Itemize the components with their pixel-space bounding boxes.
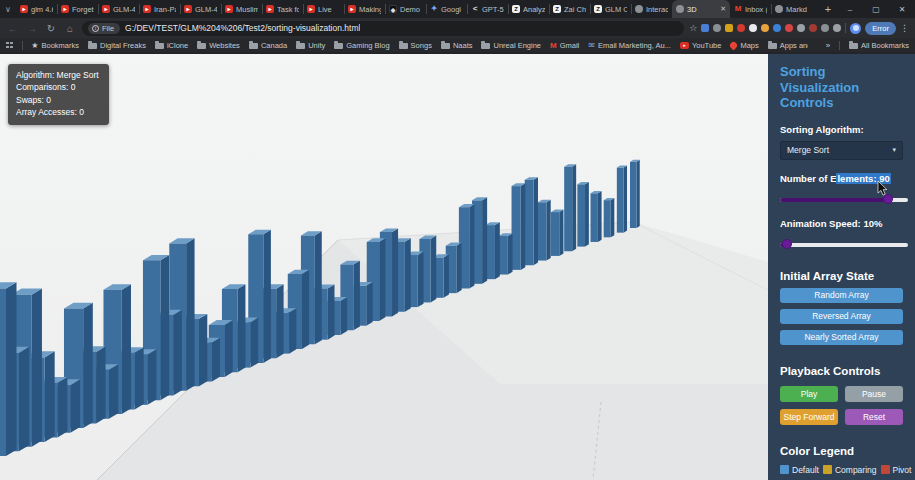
maroon-circle-ext-icon[interactable] — [809, 24, 817, 32]
reset-button[interactable]: Reset — [845, 409, 903, 425]
bookmark-label: Bookmarks — [42, 41, 80, 50]
camera-ext-icon[interactable] — [713, 24, 721, 32]
star-icon: ★ — [31, 41, 38, 50]
bookmark-unity[interactable]: Unity — [296, 41, 325, 50]
visualization-canvas[interactable]: Algorithm: Merge SortComparisons: 0Swaps… — [0, 54, 915, 480]
bookmark-apps-and-games[interactable]: Apps and Games — [768, 41, 808, 50]
bookmark-websites[interactable]: Websites — [197, 41, 240, 50]
tab-close-icon[interactable]: ✕ — [720, 5, 726, 13]
tab-live[interactable]: ▸Live — [303, 0, 344, 18]
folder-icon — [296, 43, 305, 50]
youtube-live-favicon: ▸ — [307, 5, 315, 13]
tab-glm-4-6[interactable]: ▸glm 4.6 — [16, 0, 57, 18]
bookmark-unreal-engine[interactable]: Unreal Engine — [481, 41, 541, 50]
tab-googl[interactable]: ✦Googl — [426, 0, 467, 18]
legend-default: Default — [780, 465, 819, 475]
minimize-button[interactable]: – — [837, 0, 863, 18]
home-icon[interactable]: ⌂ — [63, 23, 77, 34]
speed-slider[interactable] — [780, 239, 903, 250]
pause-button[interactable]: Pause — [845, 386, 903, 402]
folder-icon — [849, 43, 858, 50]
reload-icon[interactable]: ↻ — [44, 23, 58, 34]
tab-task-fo[interactable]: ▸Task fo — [262, 0, 303, 18]
tab-inbox[interactable]: MInbox ( — [730, 0, 771, 18]
tab-analyz[interactable]: ZAnalyz — [508, 0, 549, 18]
tab-zai-ch[interactable]: ZZai Ch — [549, 0, 590, 18]
youtube-favicon: ▸ — [143, 5, 151, 13]
file-scheme-chip[interactable]: iFile — [88, 23, 120, 34]
reversed-array-button[interactable]: Reversed Array — [780, 309, 903, 324]
puzzle-ext-icon[interactable] — [833, 24, 841, 32]
bookmark-youtube[interactable]: ▸YouTube — [680, 41, 721, 50]
bookmark-email-marketing-au[interactable]: ✉Email Marketing, Au... — [588, 41, 671, 50]
step-forward-button[interactable]: Step Forward — [780, 409, 838, 425]
bookmark-gmail[interactable]: MGmail — [550, 41, 579, 50]
bookmark-label: Maps — [740, 41, 758, 50]
tab-glm-c[interactable]: ZGLM C — [590, 0, 631, 18]
bookmark-label: iClone — [167, 41, 188, 50]
new-tab-button[interactable]: + — [819, 3, 837, 15]
dark-favicon: ◆ — [389, 5, 397, 13]
tab-gpt-5[interactable]: <GPT-5 — [467, 0, 508, 18]
legend-label: Default — [792, 465, 819, 475]
red-pen-ext-icon[interactable] — [737, 24, 745, 32]
algorithm-select[interactable]: Merge Sort ▾ — [780, 141, 903, 160]
tab-3d[interactable]: 3D✕ — [672, 0, 730, 18]
profile-error-badge[interactable]: Error — [865, 22, 896, 35]
tab-search-button[interactable]: ∨ — [0, 2, 16, 16]
profile-avatar[interactable] — [850, 23, 861, 34]
windows-ext-icon[interactable] — [701, 24, 709, 32]
bookmarks-bar: ★BookmarksDigital FreaksiCloneWebsitesCa… — [0, 38, 915, 54]
bookmark-maps[interactable]: Maps — [730, 41, 758, 50]
tab-label: GLM C — [605, 5, 627, 14]
back-icon[interactable]: ← — [6, 23, 20, 34]
tab-forget[interactable]: ▸Forget — [57, 0, 98, 18]
gray-circle-ext-icon[interactable] — [797, 24, 805, 32]
bookmark-songs[interactable]: Songs — [399, 41, 432, 50]
state-buttons: Random ArrayReversed ArrayNearly Sorted … — [780, 288, 903, 345]
blue-circle-ext-icon[interactable] — [773, 24, 781, 32]
bookmark-bookmarks[interactable]: ★Bookmarks — [31, 41, 79, 50]
gmail-icon: M — [550, 41, 557, 50]
slider-thumb[interactable] — [782, 239, 792, 249]
tab-label: Interac — [646, 5, 668, 14]
menu-kebab-icon[interactable]: ⋮ — [900, 23, 909, 33]
pencil-ext-icon[interactable] — [749, 24, 757, 32]
address-bar[interactable]: iFile G:/DEV/TEST/GLM%204%206/Test2/sort… — [82, 21, 684, 36]
bookmark-iclone[interactable]: iClone — [155, 41, 188, 50]
close-button[interactable]: ✕ — [889, 0, 915, 18]
nearly-sorted-array-button[interactable]: Nearly Sorted Array — [780, 330, 903, 345]
slider-track[interactable] — [780, 243, 908, 247]
url-text[interactable]: G:/DEV/TEST/GLM%204%206/Test2/sorting-vi… — [125, 23, 360, 33]
stats-line: Comparisons: 0 — [16, 81, 99, 93]
bookmarks-overflow-icon[interactable]: » — [826, 41, 830, 50]
play-button[interactable]: Play — [780, 386, 838, 402]
printer-ext-icon[interactable] — [821, 24, 829, 32]
tab-glm-4[interactable]: ▸GLM-4 — [180, 0, 221, 18]
tab-label: GPT-5 — [482, 5, 504, 14]
bookmark-gaming-blog[interactable]: Gaming Blog — [334, 41, 389, 50]
initial-array-state-heading: Initial Array State — [780, 270, 903, 282]
forward-icon[interactable]: → — [25, 23, 39, 34]
gmail-favicon: M — [734, 5, 742, 13]
random-array-button[interactable]: Random Array — [780, 288, 903, 303]
tab-interac[interactable]: Interac — [631, 0, 672, 18]
lock-ext-icon[interactable] — [725, 24, 733, 32]
bookmark-all-bookmarks[interactable]: All Bookmarks — [849, 41, 909, 50]
orange-drop-ext-icon[interactable] — [761, 24, 769, 32]
bookmark-digital-freaks[interactable]: Digital Freaks — [88, 41, 146, 50]
tab-demo[interactable]: ◆Demo — [385, 0, 426, 18]
bookmark-canada[interactable]: Canada — [249, 41, 287, 50]
tab-glm-4[interactable]: ▸GLM-4 — [98, 0, 139, 18]
tab-iran-pa[interactable]: ▸Iran-Pa — [139, 0, 180, 18]
tab-making[interactable]: ▸Making — [344, 0, 385, 18]
tab-muslim[interactable]: ▸Muslim — [221, 0, 262, 18]
playback-controls-heading: Playback Controls — [780, 365, 903, 377]
red-circle-ext-icon[interactable] — [785, 24, 793, 32]
apps-grid-icon[interactable] — [6, 42, 13, 49]
maximize-button[interactable]: ▢ — [863, 0, 889, 18]
bookmark-naats[interactable]: Naats — [441, 41, 473, 50]
z-favicon: Z — [553, 5, 561, 13]
tab-markd[interactable]: Markd — [771, 0, 812, 18]
bookmark-star-icon[interactable]: ☆ — [689, 23, 697, 33]
